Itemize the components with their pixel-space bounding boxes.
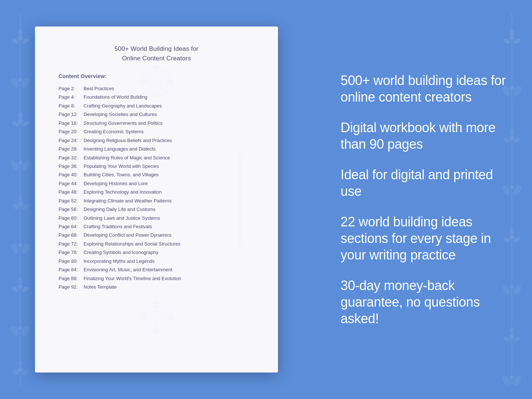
toc-page-number: Page 48: bbox=[59, 188, 84, 196]
svg-point-86 bbox=[142, 303, 171, 332]
toc-page-number: Page 12: bbox=[59, 110, 84, 118]
toc-page-number: Page 44: bbox=[59, 180, 84, 187]
toc-item-title: Inventing Languages and Dialects bbox=[84, 145, 156, 153]
toc-item-title: Outlining Laws and Justice Systems bbox=[84, 214, 160, 222]
toc-item-title: Creating Symbols and Iconography bbox=[84, 248, 158, 256]
document-content: 500+ World Building Ideas for Online Con… bbox=[59, 44, 254, 292]
toc-item-title: Foundations of World Building bbox=[84, 93, 147, 101]
toc-item: Page 2:Best Practices bbox=[59, 84, 254, 93]
svg-point-14 bbox=[11, 120, 20, 127]
svg-point-4 bbox=[11, 37, 20, 45]
toc-item-title: Crafting Traditions and Festivals bbox=[84, 223, 152, 230]
toc-item: Page 68:Developing Conflict and Power Dy… bbox=[59, 231, 254, 239]
document-page: 500+ World Building Ideas for Online Con… bbox=[35, 27, 278, 372]
toc-item-title: Exploring Relationships and Social Struc… bbox=[84, 240, 180, 248]
toc-item: Page 52:Integrating Climate and Weather … bbox=[59, 197, 254, 205]
document-title: 500+ World Building Ideas for Online Con… bbox=[59, 44, 254, 63]
toc-item-title: Integrating Climate and Weather Patterns bbox=[84, 197, 172, 205]
svg-point-34 bbox=[9, 324, 21, 338]
toc-page-number: Page 28: bbox=[59, 145, 84, 153]
toc-item-title: Building Cities, Towns, and Villages bbox=[84, 171, 159, 179]
svg-point-28 bbox=[18, 284, 23, 289]
toc-page-number: Page 80: bbox=[59, 257, 84, 265]
svg-point-93 bbox=[140, 315, 147, 319]
toc-page-number: Page 68: bbox=[59, 231, 84, 239]
toc-item-title: Designing Daily Life and Customs bbox=[84, 205, 155, 213]
toc-item: Page 76:Creating Symbols and Iconography bbox=[59, 248, 254, 257]
toc-item-title: Designing Religious Beliefs and Practice… bbox=[84, 137, 172, 144]
toc-item: Page 44:Developing Histories and Lore bbox=[59, 179, 254, 188]
toc-item-title: Creating Economic Systems bbox=[84, 128, 144, 135]
toc-page-number: Page 64: bbox=[59, 223, 84, 230]
svg-point-27 bbox=[18, 243, 22, 247]
toc-page-number: Page 56: bbox=[59, 205, 84, 213]
svg-point-29 bbox=[18, 277, 22, 284]
toc-item: Page 84:Envisioning Art, Music, and Ente… bbox=[59, 265, 254, 274]
toc-item-title: Crafting Geography and Landscapes bbox=[84, 102, 162, 110]
toc-item-title: Best Practices bbox=[84, 85, 114, 92]
feature-item: Ideal for digital and printed use bbox=[341, 166, 506, 200]
toc-page-number: Page 8: bbox=[59, 102, 84, 110]
toc-item-title: Populating Your World with Species bbox=[84, 162, 159, 170]
toc-page-number: Page 40: bbox=[59, 171, 84, 179]
toc-item-title: Notes Template bbox=[84, 283, 117, 291]
svg-point-3 bbox=[21, 37, 29, 45]
toc-item: Page 88:Finalizing Your World's Timeline… bbox=[59, 274, 254, 283]
svg-point-1 bbox=[18, 36, 23, 41]
svg-point-11 bbox=[18, 119, 23, 124]
toc-page-number: Page 52: bbox=[59, 197, 84, 205]
toc-item: Page 36:Populating Your World with Speci… bbox=[59, 162, 254, 170]
svg-point-19 bbox=[20, 159, 31, 172]
toc-item-title: Developing Societies and Cultures bbox=[84, 110, 157, 118]
svg-point-16 bbox=[21, 120, 29, 127]
svg-point-25 bbox=[9, 241, 21, 255]
svg-point-38 bbox=[18, 360, 22, 367]
toc-item: Page 28:Inventing Languages and Dialects bbox=[59, 145, 254, 153]
toc-page-number: Page 88: bbox=[59, 275, 84, 282]
svg-point-17 bbox=[18, 111, 22, 119]
svg-point-40 bbox=[11, 368, 20, 376]
toc-page-number: Page 32: bbox=[59, 154, 84, 162]
svg-point-26 bbox=[20, 241, 31, 255]
toc-page-number: Page 92: bbox=[59, 283, 84, 291]
content-overview-label: Content Overview: bbox=[59, 73, 254, 79]
toc-item: Page 20:Creating Economic Systems bbox=[59, 127, 254, 136]
toc-page-number: Page 36: bbox=[59, 162, 84, 170]
svg-point-33 bbox=[21, 286, 29, 293]
toc-item: Page 16:Structuring Governments and Poli… bbox=[59, 119, 254, 127]
svg-point-35 bbox=[20, 324, 31, 338]
toc-page-number: Page 84: bbox=[59, 266, 84, 273]
svg-point-7 bbox=[18, 28, 22, 36]
svg-point-30 bbox=[21, 286, 29, 293]
feature-item: 22 world building ideas sections for eve… bbox=[341, 213, 506, 263]
svg-point-5 bbox=[11, 37, 20, 45]
toc-item: Page 12:Developing Societies and Culture… bbox=[59, 110, 254, 119]
toc-item: Page 48:Exploring Technology and Innovat… bbox=[59, 188, 254, 196]
toc-item-title: Structuring Governments and Politics bbox=[84, 119, 163, 127]
svg-point-13 bbox=[21, 120, 29, 127]
svg-point-94 bbox=[166, 315, 173, 319]
toc-item: Page 92:Notes Template bbox=[59, 283, 254, 291]
svg-point-31 bbox=[11, 286, 20, 293]
svg-point-23 bbox=[21, 203, 29, 210]
toc-item: Page 64:Crafting Traditions and Festival… bbox=[59, 222, 254, 231]
svg-point-88 bbox=[150, 311, 163, 324]
svg-point-21 bbox=[18, 201, 23, 206]
svg-point-22 bbox=[18, 194, 22, 201]
info-panel: 500+ world building ideas for online con… bbox=[311, 0, 532, 399]
feature-item: Digital workbook with more than 90 pages bbox=[341, 119, 506, 152]
toc-item-title: Developing Histories and Lore bbox=[84, 180, 148, 187]
toc-item: Page 24:Designing Religious Beliefs and … bbox=[59, 136, 254, 145]
svg-point-15 bbox=[11, 120, 20, 127]
svg-point-87 bbox=[145, 306, 168, 328]
toc-item: Page 80:Incorporating Myths and Legends bbox=[59, 257, 254, 265]
svg-point-18 bbox=[9, 159, 21, 172]
toc-page-number: Page 2: bbox=[59, 85, 84, 92]
toc-item: Page 60:Outlining Laws and Justice Syste… bbox=[59, 214, 254, 222]
svg-point-10 bbox=[18, 77, 22, 81]
svg-point-36 bbox=[18, 326, 22, 330]
svg-point-20 bbox=[18, 160, 22, 164]
toc-item: Page 8:Crafting Geography and Landscapes bbox=[59, 102, 254, 110]
toc-item: Page 4:Foundations of World Building bbox=[59, 93, 254, 101]
feature-item: 30-day money-back guarantee, no question… bbox=[341, 277, 506, 327]
